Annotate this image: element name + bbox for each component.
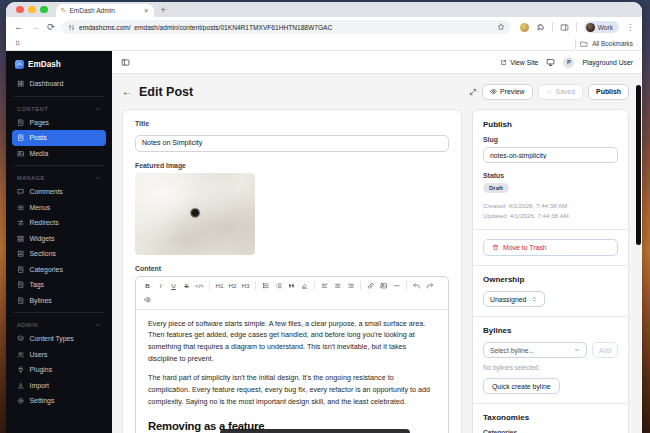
sidebar-item[interactable]: Import bbox=[12, 378, 106, 394]
editor-toolbar-button[interactable] bbox=[285, 280, 298, 292]
editor-toolbar-button[interactable] bbox=[298, 280, 311, 292]
zoom-window-button[interactable] bbox=[40, 6, 48, 14]
svg-text:2: 2 bbox=[276, 284, 278, 287]
back-icon[interactable]: ← bbox=[14, 22, 24, 32]
page-title: Edit Post bbox=[139, 85, 193, 99]
sidebar-item[interactable]: Media bbox=[12, 146, 106, 162]
address-bar[interactable]: emdashcms.com/_emdash/admin/content/post… bbox=[62, 20, 511, 34]
sidebar-item[interactable]: Redirects bbox=[12, 215, 106, 231]
minimize-window-button[interactable] bbox=[28, 6, 36, 14]
dock-edge bbox=[220, 429, 410, 433]
clear-format-icon bbox=[301, 282, 309, 290]
extensions-puzzle-icon[interactable] bbox=[536, 23, 545, 32]
editor-toolbar-button[interactable] bbox=[410, 280, 423, 292]
chevron-down-icon bbox=[574, 347, 580, 353]
editor-toolbar-button[interactable] bbox=[331, 280, 344, 292]
sidebar-toggle-icon[interactable] bbox=[121, 58, 130, 67]
page-scrollbar-thumb[interactable] bbox=[636, 85, 641, 245]
back-arrow-icon[interactable]: ← bbox=[122, 87, 132, 97]
eye-icon bbox=[144, 296, 152, 304]
sidebar-section-header[interactable]: Manage bbox=[12, 170, 106, 184]
editor-toolbar-button[interactable]: H3 bbox=[239, 280, 252, 292]
editor-toolbar-button[interactable] bbox=[423, 280, 436, 292]
menus-icon bbox=[17, 204, 25, 212]
bookmark-star-icon[interactable] bbox=[497, 23, 505, 31]
toolbar-separator bbox=[576, 22, 577, 32]
editor-body[interactable]: Every piece of software starts simple. A… bbox=[136, 310, 448, 433]
editor-toolbar-button[interactable] bbox=[259, 280, 272, 292]
traffic-lights bbox=[16, 6, 48, 14]
extension-icon[interactable] bbox=[520, 23, 529, 32]
all-bookmarks-label: All Bookmarks bbox=[592, 40, 633, 47]
featured-image[interactable]: ✹ bbox=[135, 173, 255, 255]
site-info-icon[interactable] bbox=[68, 24, 75, 31]
ownership-value: Unassigned bbox=[490, 296, 526, 303]
bylines-title: Bylines bbox=[483, 326, 618, 335]
publish-button[interactable]: Publish bbox=[588, 84, 629, 100]
sidebar-item[interactable]: Widgets bbox=[12, 231, 106, 247]
sidebar-item[interactable]: Tags bbox=[12, 277, 106, 293]
sidebar-item[interactable]: Sections bbox=[12, 246, 106, 262]
editor-toolbar-button[interactable] bbox=[141, 294, 154, 306]
close-window-button[interactable] bbox=[16, 6, 24, 14]
view-site-link[interactable]: View Site bbox=[500, 59, 538, 66]
expand-icon[interactable] bbox=[469, 88, 477, 96]
editor-toolbar-button[interactable] bbox=[318, 280, 331, 292]
editor-toolbar-button[interactable]: B bbox=[141, 280, 154, 292]
monitor-icon[interactable] bbox=[546, 58, 555, 67]
folder-icon bbox=[580, 40, 588, 48]
sidebar-item-label: Redirects bbox=[30, 219, 59, 226]
sidebar-item[interactable]: Posts bbox=[12, 130, 106, 146]
editor-toolbar-button[interactable] bbox=[364, 280, 377, 292]
sidebar-item[interactable]: Settings bbox=[12, 393, 106, 409]
editor-toolbar-button[interactable]: H2 bbox=[226, 280, 239, 292]
slug-input[interactable] bbox=[483, 147, 618, 163]
preview-button[interactable]: Preview bbox=[482, 84, 533, 100]
apps-grid-icon[interactable]: ⠿ bbox=[15, 40, 19, 48]
close-tab-icon[interactable]: × bbox=[144, 6, 148, 15]
brand[interactable]: EmDash bbox=[12, 57, 106, 76]
title-input[interactable] bbox=[135, 135, 449, 152]
byline-select[interactable]: Select byline... bbox=[483, 342, 587, 358]
new-tab-button[interactable]: + bbox=[161, 5, 166, 15]
sidebar-item[interactable]: Categories bbox=[12, 262, 106, 278]
editor-toolbar-button[interactable]: I bbox=[154, 280, 167, 292]
quick-create-byline-button[interactable]: Quick create byline bbox=[483, 378, 560, 394]
editor-toolbar-button[interactable]: S bbox=[180, 280, 193, 292]
sidebar-item[interactable]: Dashboard bbox=[12, 76, 106, 92]
side-panel-icon[interactable] bbox=[560, 23, 569, 32]
chevron-down-icon bbox=[95, 175, 101, 181]
editor-toolbar-button[interactable] bbox=[390, 280, 403, 292]
sidebar-item[interactable]: Content Types bbox=[12, 331, 106, 347]
all-bookmarks[interactable]: All Bookmarks bbox=[575, 39, 633, 49]
add-byline-button: Add bbox=[592, 342, 618, 358]
sidebar-item-label: Import bbox=[30, 382, 50, 389]
sidebar-item[interactable]: Bylines bbox=[12, 293, 106, 309]
browser-menu-icon[interactable]: ⋮ bbox=[626, 23, 634, 32]
move-to-trash-button[interactable]: Move to Trash bbox=[483, 239, 618, 256]
sidebar-item-label: Users bbox=[30, 351, 48, 358]
ownership-select[interactable]: Unassigned bbox=[483, 291, 545, 307]
sidebar-item[interactable]: Menus bbox=[12, 200, 106, 216]
panel-divider bbox=[473, 403, 628, 404]
user-avatar[interactable]: P bbox=[563, 57, 574, 68]
align-left-icon bbox=[321, 282, 329, 290]
editor-toolbar-button[interactable] bbox=[344, 280, 357, 292]
editor-toolbar-button[interactable]: U bbox=[167, 280, 180, 292]
sidebar-item[interactable]: Plugins bbox=[12, 362, 106, 378]
editor-toolbar-button[interactable]: H1 bbox=[213, 280, 226, 292]
sidebar-item[interactable]: Comments bbox=[12, 184, 106, 200]
sidebar-section-header[interactable]: Admin bbox=[12, 317, 106, 331]
sidebar-item[interactable]: Users bbox=[12, 347, 106, 363]
comments-icon bbox=[17, 188, 25, 196]
profile-chip[interactable]: Work bbox=[584, 21, 619, 33]
editor-toolbar-button[interactable]: </> bbox=[193, 280, 206, 292]
settings-icon bbox=[17, 397, 25, 405]
browser-tab[interactable]: ✎ EmDash Admin × bbox=[56, 4, 154, 17]
editor-toolbar-button[interactable]: 12 bbox=[272, 280, 285, 292]
chevron-down-icon bbox=[95, 322, 101, 328]
sidebar-section-header[interactable]: Content bbox=[12, 101, 106, 115]
sidebar-item[interactable]: Pages bbox=[12, 115, 106, 131]
reload-icon[interactable]: ⟳ bbox=[47, 22, 55, 32]
editor-toolbar-button[interactable] bbox=[377, 280, 390, 292]
